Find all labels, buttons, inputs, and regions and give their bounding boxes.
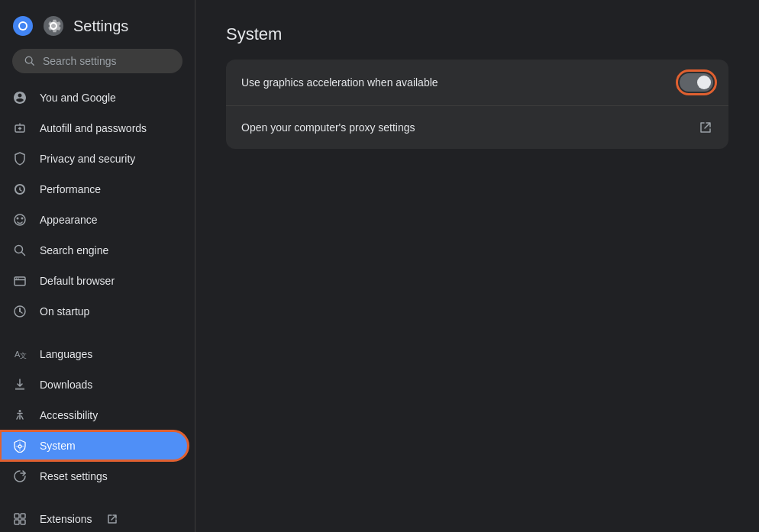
sidebar-label-accessibility: Accessibility	[40, 409, 98, 421]
performance-icon	[12, 182, 27, 197]
app-title: Settings	[73, 18, 128, 35]
main-content: System Use graphics acceleration when av…	[195, 0, 759, 532]
sidebar-item-system[interactable]: System	[0, 430, 189, 461]
sidebar-item-autofill[interactable]: Autofill and passwords	[0, 113, 189, 143]
proxy-settings-label: Open your computer's proxy settings	[241, 121, 415, 134]
proxy-settings-row[interactable]: Open your computer's proxy settings	[226, 106, 728, 149]
sidebar-item-on-startup[interactable]: On startup	[0, 296, 189, 327]
extensions-icon	[12, 511, 27, 527]
sidebar: Settings You and Google Autofill an	[0, 0, 195, 532]
sidebar-item-accessibility[interactable]: Accessibility	[0, 400, 189, 430]
sidebar-label-performance: Performance	[40, 183, 101, 195]
sidebar-item-search-engine[interactable]: Search engine	[0, 235, 189, 266]
search-engine-icon	[12, 243, 27, 258]
autofill-icon	[12, 121, 27, 136]
sidebar-item-performance[interactable]: Performance	[0, 174, 189, 205]
graphics-acceleration-row: Use graphics acceleration when available	[226, 60, 728, 106]
sidebar-label-search-engine: Search engine	[40, 244, 108, 256]
system-icon	[12, 438, 27, 453]
sidebar-label-downloads: Downloads	[40, 379, 92, 391]
svg-line-19	[20, 311, 22, 313]
appearance-icon	[12, 212, 27, 227]
sidebar-label-extensions: Extensions	[40, 513, 92, 525]
privacy-icon	[12, 151, 27, 166]
sidebar-label-reset-settings: Reset settings	[40, 470, 108, 482]
svg-rect-26	[21, 514, 25, 518]
search-icon	[24, 55, 35, 67]
svg-point-2	[20, 23, 26, 29]
sidebar-label-default-browser: Default browser	[40, 275, 115, 287]
sidebar-item-appearance[interactable]: Appearance	[0, 205, 189, 235]
chrome-logo-icon	[12, 15, 34, 37]
sidebar-label-appearance: Appearance	[40, 214, 98, 226]
svg-rect-28	[21, 520, 25, 524]
sidebar-label-on-startup: On startup	[40, 305, 89, 318]
svg-point-10	[21, 218, 24, 220]
system-settings-card: Use graphics acceleration when available…	[226, 60, 728, 149]
svg-rect-25	[15, 514, 19, 518]
on-startup-icon	[12, 304, 27, 319]
sidebar-item-downloads[interactable]: Downloads	[0, 369, 189, 400]
sidebar-label-privacy: Privacy and security	[40, 153, 135, 165]
svg-point-9	[17, 218, 19, 220]
toggle-track[interactable]	[680, 73, 713, 92]
sidebar-item-reset-settings[interactable]: Reset settings	[0, 461, 189, 492]
sidebar-item-privacy[interactable]: Privacy and security	[0, 143, 189, 174]
external-link-icon	[698, 120, 713, 135]
toggle-thumb	[697, 76, 711, 89]
sidebar-item-you-and-google[interactable]: You and Google	[0, 82, 189, 113]
sidebar-item-extensions[interactable]: Extensions	[0, 504, 189, 532]
sidebar-label-autofill: Autofill and passwords	[40, 122, 147, 134]
search-bar[interactable]	[12, 49, 182, 73]
search-container	[0, 49, 195, 82]
sidebar-item-languages[interactable]: A 文 Languages	[0, 339, 189, 369]
languages-icon: A 文	[12, 347, 27, 362]
sidebar-label-you-and-google: You and Google	[40, 92, 116, 104]
svg-text:文: 文	[20, 352, 27, 360]
svg-point-16	[18, 278, 19, 279]
section-title: System	[226, 24, 728, 44]
graphics-acceleration-label: Use graphics acceleration when available	[241, 76, 438, 89]
settings-app-icon	[43, 15, 64, 37]
reset-settings-icon	[12, 469, 27, 484]
svg-rect-27	[15, 520, 19, 524]
sidebar-label-system: System	[40, 440, 76, 452]
svg-point-7	[19, 124, 21, 125]
extensions-external-icon	[107, 514, 118, 524]
search-input[interactable]	[43, 55, 170, 67]
sidebar-label-languages: Languages	[40, 348, 92, 360]
svg-line-5	[31, 63, 34, 65]
svg-point-15	[16, 278, 18, 279]
sidebar-header: Settings	[0, 6, 195, 49]
you-google-icon	[12, 90, 27, 105]
accessibility-icon	[12, 408, 27, 423]
svg-line-12	[22, 253, 25, 256]
sidebar-item-default-browser[interactable]: Default browser	[0, 266, 189, 296]
downloads-icon	[12, 377, 27, 392]
svg-point-23	[18, 445, 21, 448]
default-browser-icon	[12, 273, 27, 289]
graphics-acceleration-toggle[interactable]	[680, 73, 713, 92]
svg-point-22	[19, 410, 21, 412]
